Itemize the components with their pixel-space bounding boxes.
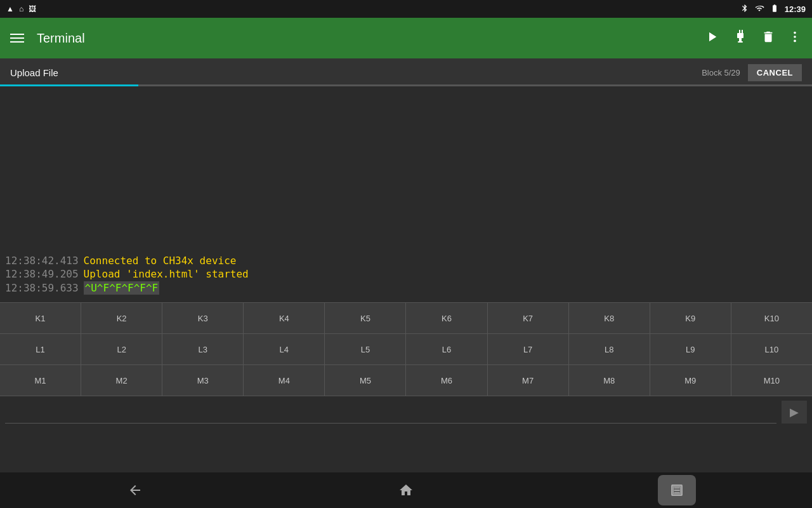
macro-key-k2[interactable]: K2 xyxy=(81,303,162,333)
macro-key-m8[interactable]: M8 xyxy=(569,365,650,396)
image-icon-status: 🖼 xyxy=(29,4,36,13)
macro-key-m1[interactable]: M1 xyxy=(0,365,81,396)
progress-bar-fill xyxy=(0,84,138,86)
menu-button[interactable] xyxy=(10,34,24,43)
macro-key-k8[interactable]: K8 xyxy=(569,303,650,333)
svg-rect-3 xyxy=(739,38,742,41)
macro-key-k7[interactable]: K7 xyxy=(488,303,569,333)
macro-key-k1[interactable]: K1 xyxy=(0,303,81,333)
macro-key-k6[interactable]: K6 xyxy=(406,303,487,333)
plugin-icon[interactable] xyxy=(732,30,749,47)
macro-key-k9[interactable]: K9 xyxy=(650,303,731,333)
send-icon: ▶ xyxy=(790,405,799,419)
svg-point-6 xyxy=(794,36,796,38)
log-line-3: 12:38:59.633 ^U^F^F^F^F^F xyxy=(5,281,807,295)
battery-icon xyxy=(769,4,780,15)
macro-row-k: K1 K2 K3 K4 K5 K6 K7 K8 K9 K10 xyxy=(0,302,812,333)
macro-key-l5[interactable]: L5 xyxy=(325,334,406,364)
log-message-2: Upload 'index.html' started xyxy=(84,268,249,280)
back-icon xyxy=(128,483,143,498)
notification-icon: ▲ xyxy=(6,4,14,13)
more-vert-icon[interactable] xyxy=(788,30,802,47)
back-button[interactable] xyxy=(116,475,154,505)
connect-icon[interactable] xyxy=(704,29,719,48)
svg-rect-1 xyxy=(742,30,743,33)
macro-key-m3[interactable]: M3 xyxy=(162,365,244,396)
macro-key-l6[interactable]: L6 xyxy=(406,334,487,364)
macro-key-l9[interactable]: L9 xyxy=(650,334,731,364)
macro-key-l1[interactable]: L1 xyxy=(0,334,81,364)
log-timestamp-3: 12:38:59.633 xyxy=(5,282,79,294)
upload-label: Upload File xyxy=(10,67,702,78)
macro-key-l8[interactable]: L8 xyxy=(569,334,650,364)
macro-key-m4[interactable]: M4 xyxy=(244,365,325,396)
home-button[interactable] xyxy=(387,475,425,505)
status-bar: ▲ ⌂ 🖼 12:39 xyxy=(0,0,812,18)
log-timestamp-1: 12:38:42.413 xyxy=(5,255,79,267)
macro-key-m2[interactable]: M2 xyxy=(81,365,162,396)
send-button[interactable]: ▶ xyxy=(782,401,807,424)
macro-key-l2[interactable]: L2 xyxy=(81,334,162,364)
svg-rect-0 xyxy=(739,30,740,33)
log-timestamp-2: 12:38:49.205 xyxy=(5,268,79,280)
bottom-nav xyxy=(0,472,812,508)
macro-row-m: M1 M2 M3 M4 M5 M6 M7 M8 M9 M10 xyxy=(0,364,812,396)
macro-key-m6[interactable]: M6 xyxy=(406,365,487,396)
block-info: Block 5/29 xyxy=(702,68,740,77)
macro-key-l4[interactable]: L4 xyxy=(244,334,325,364)
macro-key-k4[interactable]: K4 xyxy=(244,303,325,333)
macro-key-m9[interactable]: M9 xyxy=(650,365,731,396)
macro-key-l3[interactable]: L3 xyxy=(162,334,244,364)
app-bar: Terminal xyxy=(0,18,812,58)
recents-button[interactable] xyxy=(658,475,696,505)
macro-area: K1 K2 K3 K4 K5 K6 K7 K8 K9 K10 L1 L2 L3 … xyxy=(0,302,812,396)
log-message-1: Connected to CH34x device xyxy=(84,255,237,267)
toolbar-icons xyxy=(704,29,802,48)
log-line-2: 12:38:49.205 Upload 'index.html' started xyxy=(5,268,807,280)
log-message-3: ^U^F^F^F^F^F xyxy=(84,281,160,295)
macro-key-k10[interactable]: K10 xyxy=(731,303,812,333)
status-time: 12:39 xyxy=(785,4,806,14)
terminal-area: 12:38:42.413 Connected to CH34x device 1… xyxy=(0,86,812,302)
recents-icon xyxy=(670,483,684,497)
svg-point-7 xyxy=(794,39,796,42)
macro-key-m10[interactable]: M10 xyxy=(731,365,812,396)
wifi-icon xyxy=(754,4,764,15)
cancel-button[interactable]: CANCEL xyxy=(748,64,802,81)
macro-key-m5[interactable]: M5 xyxy=(325,365,406,396)
svg-rect-2 xyxy=(737,33,743,38)
svg-rect-4 xyxy=(738,41,743,43)
terminal-input[interactable] xyxy=(5,400,776,424)
home-icon xyxy=(398,483,414,498)
delete-icon[interactable] xyxy=(761,30,775,47)
macro-row-l: L1 L2 L3 L4 L5 L6 L7 L8 L9 L10 xyxy=(0,333,812,364)
upload-bar: Upload File Block 5/29 CANCEL xyxy=(0,58,812,86)
macro-key-l7[interactable]: L7 xyxy=(488,334,569,364)
progress-bar-container xyxy=(0,84,812,86)
macro-key-k3[interactable]: K3 xyxy=(162,303,244,333)
home-icon-status: ⌂ xyxy=(19,4,23,13)
bluetooth-icon xyxy=(740,3,749,15)
app-title: Terminal xyxy=(37,31,691,46)
macro-key-l10[interactable]: L10 xyxy=(731,334,812,364)
input-area: ▶ xyxy=(0,396,812,427)
macro-key-m7[interactable]: M7 xyxy=(488,365,569,396)
macro-key-k5[interactable]: K5 xyxy=(325,303,406,333)
log-line-1: 12:38:42.413 Connected to CH34x device xyxy=(5,255,807,267)
svg-point-5 xyxy=(794,31,796,34)
